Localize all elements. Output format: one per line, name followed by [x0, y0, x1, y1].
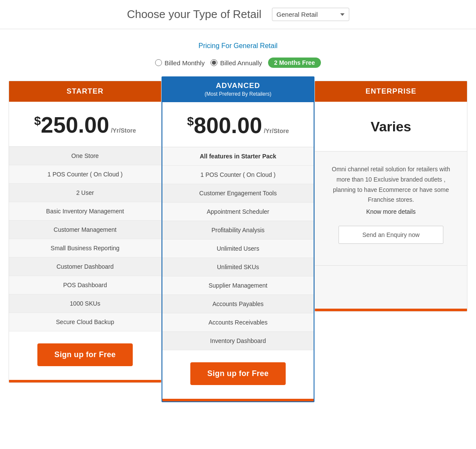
enterprise-orange-bar [315, 309, 467, 311]
billing-annually-label: Billed Annually [220, 59, 262, 67]
advanced-price-value: 800.00 [194, 113, 262, 138]
list-item: Secure Cloud Backup [9, 313, 161, 331]
list-item: Inventory Dashboard [162, 332, 314, 350]
list-item: Unlimited SKUs [162, 258, 314, 276]
top-bar: Choose your Type of Retail General Retai… [0, 0, 476, 29]
advanced-price-area: $800.00/Yr/Store [162, 102, 314, 147]
billing-monthly-option[interactable]: Billed Monthly [155, 59, 204, 67]
advanced-cta-area: Sign up for Free [162, 350, 314, 399]
starter-feature-list: One Store 1 POS Counter ( On Cloud ) 2 U… [9, 147, 161, 331]
starter-signup-button[interactable]: Sign up for Free [37, 343, 133, 366]
list-item: Basic Inventory Management [9, 202, 161, 221]
enterprise-plan-title: ENTERPRISE [319, 87, 463, 96]
billing-annually-radio[interactable] [211, 59, 217, 66]
list-item: 1 POS Counter ( On Cloud ) [9, 165, 161, 184]
billing-toggle: Billed Monthly Billed Annually 2 Months … [9, 58, 467, 68]
advanced-plan-header: ADVANCED (Most Preferred By Retailers) [162, 77, 314, 102]
retail-type-select[interactable]: General Retail Fashion Retail Food & Bev… [272, 8, 349, 21]
list-item: 1 POS Counter ( On Cloud ) [162, 166, 314, 184]
list-item: Customer Management [9, 221, 161, 239]
list-item: 2 User [9, 184, 161, 202]
page-title: Choose your Type of Retail [127, 8, 261, 21]
enterprise-bottom-spacer [315, 266, 467, 309]
free-months-badge: 2 Months Free [268, 58, 321, 68]
plans-grid: STARTER $250.00/Yr/Store One Store 1 POS… [9, 81, 467, 402]
list-item: All features in Starter Pack [162, 147, 314, 166]
list-item: 1000 SKUs [9, 294, 161, 313]
enterprise-desc-text: Omni channel retail solution for retaile… [325, 164, 457, 205]
list-item: One Store [9, 147, 161, 165]
starter-price-unit: /Yr/Store [111, 127, 136, 134]
pricing-label: Pricing For General Retail [9, 42, 467, 50]
list-item: Accounts Payables [162, 295, 314, 313]
advanced-orange-bar [162, 399, 314, 401]
enterprise-know-more: Know more details [325, 207, 457, 217]
advanced-price: $800.00/Yr/Store [187, 113, 289, 138]
starter-plan-header: STARTER [9, 81, 161, 102]
list-item: Supplier Management [162, 276, 314, 295]
advanced-price-unit: /Yr/Store [264, 127, 289, 134]
starter-cta-area: Sign up for Free [9, 331, 161, 380]
pricing-section: Pricing For General Retail Billed Monthl… [0, 29, 476, 419]
list-item: Unlimited Users [162, 240, 314, 258]
advanced-plan-subtitle: (Most Preferred By Retailers) [167, 91, 309, 97]
enterprise-plan-card: ENTERPRISE Varies Omni channel retail so… [314, 81, 467, 312]
advanced-feature-list: All features in Starter Pack 1 POS Count… [162, 147, 314, 350]
advanced-plan-card: ADVANCED (Most Preferred By Retailers) $… [162, 76, 314, 402]
list-item: POS Dashboard [9, 276, 161, 294]
starter-dollar-sign: $ [34, 114, 41, 127]
starter-price: $250.00/Yr/Store [34, 112, 136, 137]
enterprise-plan-header: ENTERPRISE [315, 81, 467, 102]
enterprise-price: Varies [315, 102, 467, 152]
billing-annually-option[interactable]: Billed Annually [211, 59, 262, 67]
starter-orange-bar [9, 380, 161, 382]
billing-monthly-label: Billed Monthly [165, 59, 204, 67]
list-item: Customer Dashboard [9, 258, 161, 276]
enquiry-button[interactable]: Send an Enquiry now [339, 226, 444, 244]
enterprise-description-area: Omni channel retail solution for retaile… [315, 152, 467, 266]
list-item: Profitability Analysis [162, 221, 314, 240]
advanced-dollar-sign: $ [187, 115, 194, 128]
starter-plan-title: STARTER [13, 87, 157, 96]
starter-price-area: $250.00/Yr/Store [9, 102, 161, 147]
list-item: Small Business Reporting [9, 239, 161, 258]
list-item: Appointment Scheduler [162, 203, 314, 221]
starter-plan-card: STARTER $250.00/Yr/Store One Store 1 POS… [9, 81, 162, 383]
billing-monthly-radio[interactable] [155, 59, 162, 66]
starter-price-value: 250.00 [41, 112, 109, 137]
list-item: Customer Engagement Tools [162, 184, 314, 203]
list-item: Accounts Receivables [162, 313, 314, 332]
advanced-plan-title: ADVANCED [167, 82, 309, 90]
advanced-signup-button[interactable]: Sign up for Free [190, 362, 286, 385]
